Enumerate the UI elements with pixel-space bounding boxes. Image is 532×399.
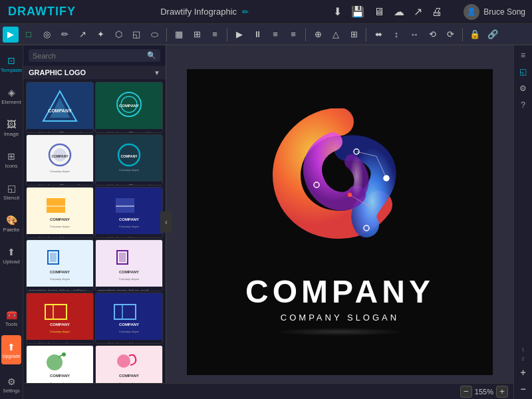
document-title: Drawtify Infographic [160, 7, 237, 17]
share-icon[interactable]: ↗ [414, 5, 422, 18]
frame-tool[interactable]: ◱ [128, 27, 144, 43]
template-icon: ⊡ [7, 55, 15, 66]
user-avatar[interactable]: 👤 [464, 4, 479, 20]
svg-text:COMPANY: COMPANY [119, 104, 139, 108]
element-icon: ◈ [8, 87, 15, 98]
svg-text:COMPANY: COMPANY [119, 374, 139, 378]
flip-h-tool[interactable]: ↔ [406, 27, 422, 43]
dropdown-icon[interactable]: ▼ [154, 69, 160, 76]
sidebar-label-stencil: Stencil [3, 195, 19, 201]
template-item[interactable]: COMPANY Company slogan graphic-logo-blue… [26, 239, 94, 291]
circle-tool[interactable]: ◎ [39, 27, 55, 43]
triangle-tool[interactable]: △ [328, 27, 344, 43]
sidebar-item-icons[interactable]: ⊞ Icons [1, 145, 21, 174]
bottombar: − 155% + [23, 383, 513, 399]
canvas[interactable]: COMPANY COMPANY SLOGAN [187, 69, 493, 375]
panel-collapse-button[interactable]: ‹ [160, 211, 172, 233]
grid-tool[interactable]: ▦ [171, 27, 187, 43]
right-tool-layers[interactable]: ◱ [516, 65, 531, 79]
zoom-minus-button[interactable]: − [460, 386, 472, 398]
lock-tool[interactable]: 🔒 [467, 27, 483, 43]
toolbar-divider-2 [227, 28, 227, 41]
resize-h-tool[interactable]: ⬌ [370, 27, 386, 43]
right-tool-props[interactable]: ⚙ [516, 81, 531, 96]
svg-text:COMPANY: COMPANY [119, 270, 139, 274]
sidebar-item-tools[interactable]: 🧰 Tools [1, 303, 21, 332]
sidebar-item-element[interactable]: ◈ Element [1, 81, 21, 110]
ellipse-tool[interactable]: ⬭ [146, 27, 162, 43]
logo-draw: DRAW [8, 5, 47, 18]
add-tool[interactable]: ⊕ [310, 27, 326, 43]
print-icon[interactable]: 🖨 [432, 6, 442, 18]
svg-text:COMPANY: COMPANY [119, 217, 139, 221]
canvas-area[interactable]: COMPANY COMPANY SLOGAN [166, 45, 513, 399]
sidebar-item-upgrade[interactable]: ⬆ Upgrade [1, 335, 21, 364]
resize-v-tool[interactable]: ↕ [388, 27, 404, 43]
svg-point-42 [117, 354, 130, 368]
sidebar-item-image[interactable]: 🖼 Image [1, 113, 21, 142]
sidebar-item-settings[interactable]: ⚙ Settings [1, 370, 21, 399]
sidebar-label-icons: Icons [5, 163, 17, 169]
zoom-in-side[interactable]: + [516, 365, 531, 380]
edit-title-icon[interactable]: ✏ [242, 7, 249, 17]
sidebar-item-upload[interactable]: ⬆ Upload [1, 241, 21, 270]
svg-text:COMPANY: COMPANY [120, 154, 138, 158]
video-tool[interactable]: ▶ [231, 27, 247, 43]
svg-text:COMPANY: COMPANY [119, 323, 139, 327]
logo-tify: TIFY [47, 5, 76, 18]
sidebar-label-palette: Palette [3, 227, 20, 233]
preview-icon[interactable]: 🖥 [374, 6, 384, 18]
template-item[interactable]: COMPANY Company slogan graphic-logo-blue… [26, 187, 94, 238]
sidebar-item-template[interactable]: ⊡ Template [1, 49, 21, 78]
template-panel: 🔍 GRAPHIC LOGO ▼ COMPANY graphic-logo-Fl… [23, 45, 166, 399]
table-tool[interactable]: ⊞ [189, 27, 205, 43]
template-item[interactable]: COMPANY Company slogan graphic-logo-blue… [95, 239, 163, 291]
pause-tool[interactable]: ⏸ [249, 27, 265, 43]
template-item[interactable]: COMPANY Company slogan graphic-logo-blue… [95, 187, 163, 238]
arrow-tool[interactable]: ↗ [74, 27, 90, 43]
title-area: Drawtify Infographic ✏ [160, 7, 249, 17]
polygon-tool[interactable]: ⬡ [110, 27, 126, 43]
rotate-right-tool[interactable]: ⟳ [442, 27, 458, 43]
download-icon[interactable]: ⬇ [333, 5, 342, 18]
svg-rect-33 [114, 305, 136, 319]
right-tool-menu[interactable]: ≡ [516, 48, 531, 63]
search-box[interactable]: 🔍 [29, 49, 160, 62]
template-name: graphic-logo-blue500*500 px [96, 234, 162, 238]
template-item[interactable]: COMPANY Company slogan graphic-logo-red5… [26, 293, 94, 344]
right-tool-help[interactable]: ? [516, 98, 531, 112]
sidebar-label-upgrade: Upgrade [3, 354, 21, 358]
template-item[interactable]: COMPANY Company slogan graphic-logo-blue… [95, 293, 163, 344]
sidebar-item-palette[interactable]: 🎨 Palette [1, 209, 21, 238]
link-tool[interactable]: 🔗 [485, 27, 501, 43]
svg-text:COMPANY: COMPANY [50, 270, 70, 274]
zoom-plus-button[interactable]: + [496, 386, 508, 398]
star-tool[interactable]: ✦ [92, 27, 108, 43]
template-name: graphic-logo-blue-yellow500*500 px [27, 287, 93, 291]
template-name: graphic-logo-blue500*500 px [96, 340, 162, 344]
svg-text:Company slogan: Company slogan [119, 277, 139, 281]
pen-tool[interactable]: ✏ [57, 27, 72, 43]
align-tool[interactable]: ≡ [267, 27, 283, 43]
align2-tool[interactable]: ≡ [285, 27, 301, 43]
sidebar-item-stencil[interactable]: ◱ Stencil [1, 177, 21, 206]
template-item[interactable]: COMPANY Company slogan graphic-logo-Flow… [26, 134, 94, 186]
user-area: 👤 Bruce Song [457, 4, 532, 20]
select-tool[interactable]: ▶ [3, 27, 19, 43]
grid2-tool[interactable]: ⊞ [346, 27, 362, 43]
list-tool[interactable]: ≡ [207, 27, 223, 43]
rect-tool[interactable]: □ [21, 27, 37, 43]
rotate-left-tool[interactable]: ⟲ [424, 27, 440, 43]
sidebar-label-settings: Settings [3, 388, 19, 393]
save-icon[interactable]: 💾 [351, 5, 364, 18]
toolbar-divider-3 [305, 28, 306, 41]
template-name: graphic-logo-blue500*500 px [27, 234, 93, 238]
zoom-out-side[interactable]: − [516, 382, 531, 396]
ruler-mark-1: 1 [521, 346, 524, 352]
cloud-icon[interactable]: ☁ [394, 5, 404, 18]
template-item[interactable]: COMPANY Company slogan graphic-logo-Flow… [95, 134, 163, 186]
template-item[interactable]: COMPANY graphic-logo-Flower-st...500*500… [26, 82, 94, 133]
svg-rect-13 [47, 198, 65, 213]
template-item[interactable]: COMPANY graphic-logo-Flower-bl...500*500… [95, 82, 163, 133]
search-input[interactable] [33, 52, 144, 60]
